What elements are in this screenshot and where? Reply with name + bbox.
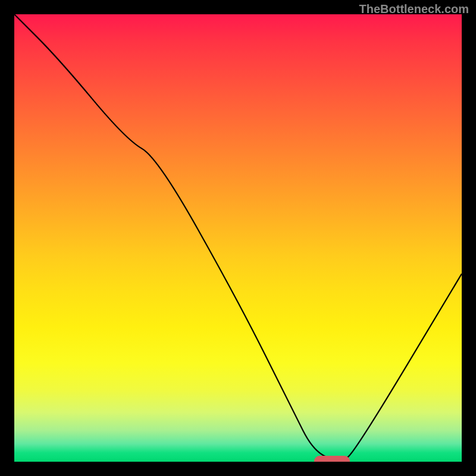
curve-path <box>14 14 462 459</box>
bottleneck-curve <box>14 14 462 462</box>
optimal-marker <box>314 456 350 462</box>
watermark-text: TheBottleneck.com <box>359 2 469 16</box>
chart-plot-area <box>14 14 462 462</box>
